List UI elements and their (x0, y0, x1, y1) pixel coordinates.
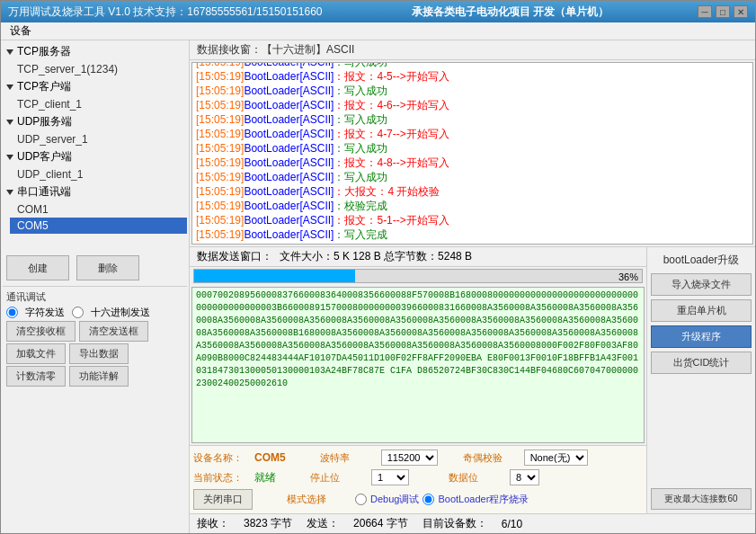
parity-select[interactable]: None(无) Odd Even (524, 449, 588, 466)
send-textarea[interactable]: 0007002089560008376600083640008356600088… (191, 287, 645, 443)
sidebar-category-udp-client[interactable]: UDP客户端 (3, 147, 187, 166)
log-line: [15:05:19]BootLoader[ASCII]：写入成功 (196, 141, 749, 156)
stopbit-label: 停止位 (310, 471, 364, 485)
baud-rate-select[interactable]: 115200 9600 38400 (381, 449, 438, 466)
progress-bar-fill (194, 270, 355, 282)
clear-recv-button[interactable]: 清空接收框 (6, 321, 76, 342)
restart-mcu-button[interactable]: 重启单片机 (651, 299, 752, 322)
log-tag: BootLoader[ASCII] (244, 156, 334, 169)
sidebar-item-com5[interactable]: COM5 (10, 218, 187, 234)
right-panel: 数据接收窗：【十六进制】ASCII [15:05:19]BootLoader[A… (190, 40, 755, 533)
radio-hex-label: 十六进制发送 (91, 306, 150, 319)
log-message: ：报文：4-5-->开始写入 (334, 70, 449, 83)
sidebar-category-tcp-client[interactable]: TCP客户端 (3, 77, 187, 96)
mode-label: 模式选择 (287, 493, 341, 506)
progress-label: 36% (618, 270, 638, 284)
minimize-button[interactable]: ─ (698, 5, 712, 18)
radio-debug-mode[interactable] (355, 494, 367, 505)
delete-button[interactable]: 删除 (76, 255, 139, 280)
load-file-button[interactable]: 加载文件 (6, 343, 66, 364)
expand-serial-icon (6, 190, 13, 195)
log-line: [15:05:19]BootLoader[ASCII]：报文：4-5-->开始写… (196, 69, 749, 84)
title-bar: 万用调试及烧录工具 V1.0 技术支持：16785555561/15150151… (1, 1, 755, 22)
sidebar-category-udp-server[interactable]: UDP服务端 (3, 112, 187, 131)
radio-bootloader-mode[interactable] (422, 494, 434, 505)
status-value: 就绪 (254, 470, 276, 485)
baud-rate-label: 波特率 (320, 451, 374, 465)
log-tag: BootLoader[ASCII] (244, 200, 334, 212)
import-file-button[interactable]: 导入烧录文件 (651, 273, 752, 296)
log-line: [15:05:19]BootLoader[ASCII]：校验完成 (196, 199, 749, 213)
databit-label: 数据位 (449, 471, 503, 485)
log-message: ：写入成功 (334, 113, 387, 126)
log-tag: BootLoader[ASCII] (244, 142, 334, 155)
expand-udp-server-icon (6, 120, 13, 125)
upgrade-program-button[interactable]: 升级程序 (651, 325, 752, 348)
log-message: ：写入成功 (334, 62, 387, 68)
sidebar-item-tcp-server-1[interactable]: TCP_server_1(1234) (10, 61, 187, 77)
log-tag: BootLoader[ASCII] (244, 62, 334, 68)
clear-send-button[interactable]: 清空发送框 (79, 321, 148, 342)
main-window: 万用调试及烧录工具 V1.0 技术支持：16785555561/15150151… (0, 0, 756, 534)
sidebar-item-udp-client-1[interactable]: UDP_client_1 (10, 166, 187, 182)
log-time: [15:05:19] (196, 70, 244, 83)
device-name-value: COM5 (254, 451, 286, 464)
log-message: ：写入完成 (334, 228, 387, 241)
log-tag: BootLoader[ASCII] (244, 185, 334, 198)
func-detail-button[interactable]: 功能详解 (69, 366, 129, 387)
app-title: 万用调试及烧录工具 V1.0 技术支持：16785555561/15150151… (8, 4, 323, 20)
sidebar-item-udp-server-1[interactable]: UDP_server_1 (10, 131, 187, 147)
menu-bar: 设备 (1, 22, 755, 40)
log-time: [15:05:19] (196, 171, 244, 183)
log-tag: BootLoader[ASCII] (244, 128, 334, 140)
log-line: [15:05:19]BootLoader[ASCII]：报文：5-1-->开始写… (196, 213, 749, 227)
log-message: ：写入成功 (334, 142, 387, 155)
send-mode-row: 字符发送 十六进制发送 (6, 306, 183, 319)
log-time: [15:05:19] (196, 62, 244, 68)
log-tag: BootLoader[ASCII] (244, 171, 334, 183)
log-time: [15:05:19] (196, 214, 244, 227)
radio-hex-send[interactable] (72, 307, 84, 318)
stopbit-select[interactable]: 1 1.5 2 (371, 469, 409, 485)
databit-select[interactable]: 8 7 6 5 (510, 469, 539, 485)
device-info-panel: 设备名称： COM5 波特率 115200 9600 38400 奇偶校验 No… (190, 445, 646, 513)
log-line: [15:05:19]BootLoader[ASCII]：报文：4-8-->开始写… (196, 156, 749, 170)
device-count-label: 目前设备数： (422, 516, 487, 531)
sidebar-category-tcp-server[interactable]: TCP服务器 (3, 42, 187, 61)
sidebar-category-serial[interactable]: 串口通讯端 (3, 182, 187, 201)
log-tag: BootLoader[ASCII] (244, 228, 334, 241)
update-port-button[interactable]: 更改最大连接数60 (651, 488, 752, 510)
debug-mode-label: Debug调试 (370, 493, 419, 506)
log-line: [15:05:19]BootLoader[ASCII]：写入成功 (196, 112, 749, 127)
log-message: ：校验完成 (334, 200, 387, 212)
log-message: ：写入成功 (334, 85, 387, 97)
log-message: ：报文：4-8-->开始写入 (334, 156, 449, 169)
expand-udp-client-icon (6, 155, 13, 160)
menu-settings[interactable]: 设备 (4, 22, 37, 40)
receive-log[interactable]: [15:05:19]BootLoader[ASCII]：写入成功[15:05:1… (191, 62, 753, 245)
log-time: [15:05:19] (196, 128, 244, 140)
log-tag: BootLoader[ASCII] (244, 99, 334, 111)
status-bar: 接收： 3823 字节 发送： 20664 字节 目前设备数： 6/10 (190, 513, 755, 533)
export-data-button[interactable]: 导出数据 (69, 343, 129, 364)
bootloader-panel: bootLoader升级 导入烧录文件 重启单片机 升级程序 出货CID统计 更… (647, 247, 755, 513)
bootloader-mode-label: BootLoader程序烧录 (438, 493, 529, 506)
close-port-button[interactable]: 关闭串口 (193, 489, 253, 510)
maximize-button[interactable]: □ (716, 5, 730, 18)
log-time: [15:05:19] (196, 113, 244, 126)
expand-tcp-client-icon (6, 85, 13, 90)
cid-stats-button[interactable]: 出货CID统计 (651, 352, 752, 374)
sidebar-item-tcp-client-1[interactable]: TCP_client_1 (10, 96, 187, 112)
send-title: 数据发送窗口： (197, 249, 272, 264)
sidebar-item-com1[interactable]: COM1 (10, 201, 187, 218)
close-button[interactable]: ✕ (734, 5, 748, 18)
radio-string-send[interactable] (6, 307, 18, 318)
clear-count-button[interactable]: 计数清零 (6, 366, 66, 387)
log-message: ：报文：4-6-->开始写入 (334, 99, 449, 111)
title-bar-center: 承接各类电子电动化项目 开发（单片机） (323, 4, 698, 20)
send-label: 发送： (307, 516, 339, 531)
parity-label: 奇偶校验 (463, 451, 517, 465)
tcp-server-label: TCP服务器 (17, 44, 71, 59)
create-button[interactable]: 创建 (6, 255, 69, 280)
app-subtitle: 承接各类电子电动化项目 开发（单片机） (412, 5, 609, 18)
